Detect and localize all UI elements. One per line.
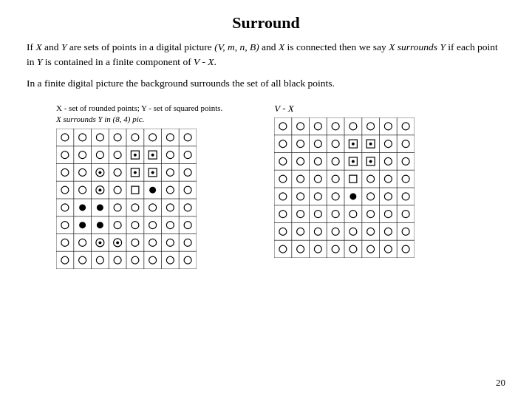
vx-label: V - X xyxy=(274,103,293,115)
page: Surround If X and Y are sets of points i… xyxy=(0,0,532,399)
paragraph2: In a finite digital picture the backgrou… xyxy=(27,76,505,91)
left-grid-canvas xyxy=(56,129,197,269)
left-diagram: X - set of rounded points; Y - set of sq… xyxy=(56,103,222,269)
page-number: 20 xyxy=(496,377,505,389)
left-diagram-label: X - set of rounded points; Y - set of sq… xyxy=(56,103,222,126)
paragraph1: If X and Y are sets of points in a digit… xyxy=(27,40,505,70)
page-title: Surround xyxy=(27,13,505,33)
right-grid-canvas xyxy=(274,117,415,258)
right-diagram: V - X xyxy=(274,103,415,269)
diagrams-section: X - set of rounded points; Y - set of sq… xyxy=(27,103,505,269)
